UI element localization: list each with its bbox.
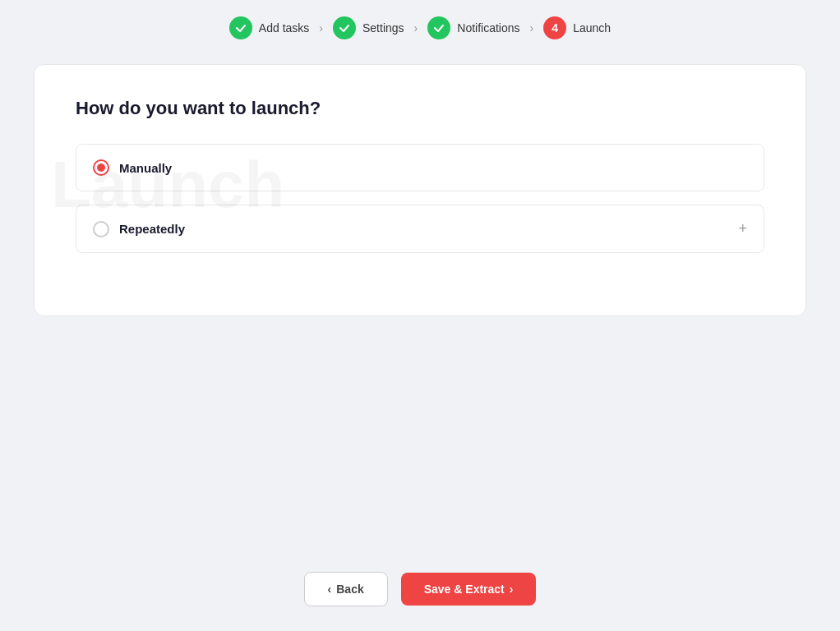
plus-icon: + — [738, 220, 747, 237]
step-add-tasks-icon — [229, 16, 252, 39]
chevron-icon-2: › — [414, 21, 418, 35]
option-repeatedly-label: Repeatedly — [119, 222, 185, 236]
step-notifications[interactable]: Notifications — [427, 16, 519, 39]
option-repeatedly-left: Repeatedly — [93, 221, 185, 237]
radio-repeatedly[interactable] — [93, 221, 109, 237]
main-card: Launch How do you want to launch? Manual… — [34, 64, 806, 316]
radio-manually[interactable] — [93, 159, 109, 176]
step-notifications-icon — [427, 16, 450, 39]
save-chevron-icon: › — [510, 583, 514, 596]
card-title: How do you want to launch? — [76, 98, 764, 119]
back-chevron-icon: ‹ — [328, 583, 332, 596]
step-settings-icon — [333, 16, 356, 39]
bottom-nav: ‹ Back Save & Extract › — [0, 555, 840, 631]
step-settings[interactable]: Settings — [333, 16, 404, 39]
back-button-label: Back — [336, 583, 363, 596]
step-add-tasks[interactable]: Add tasks — [229, 16, 309, 39]
save-extract-button[interactable]: Save & Extract › — [401, 573, 537, 606]
step-launch-number: 4 — [552, 21, 558, 35]
step-launch[interactable]: 4 Launch — [543, 16, 611, 39]
step-launch-label: Launch — [573, 21, 611, 35]
stepper: Add tasks › Settings › Notifications › 4… — [0, 0, 840, 56]
step-launch-icon: 4 — [543, 16, 566, 39]
option-manually-label: Manually — [119, 161, 172, 175]
step-settings-label: Settings — [362, 21, 404, 35]
option-manually[interactable]: Manually — [76, 144, 764, 191]
chevron-icon-3: › — [530, 21, 534, 35]
back-button[interactable]: ‹ Back — [304, 572, 388, 606]
step-notifications-label: Notifications — [457, 21, 519, 35]
option-manually-left: Manually — [93, 159, 172, 176]
chevron-icon-1: › — [319, 21, 323, 35]
option-repeatedly[interactable]: Repeatedly + — [76, 205, 764, 253]
step-add-tasks-label: Add tasks — [259, 21, 309, 35]
save-button-label: Save & Extract — [424, 583, 505, 596]
